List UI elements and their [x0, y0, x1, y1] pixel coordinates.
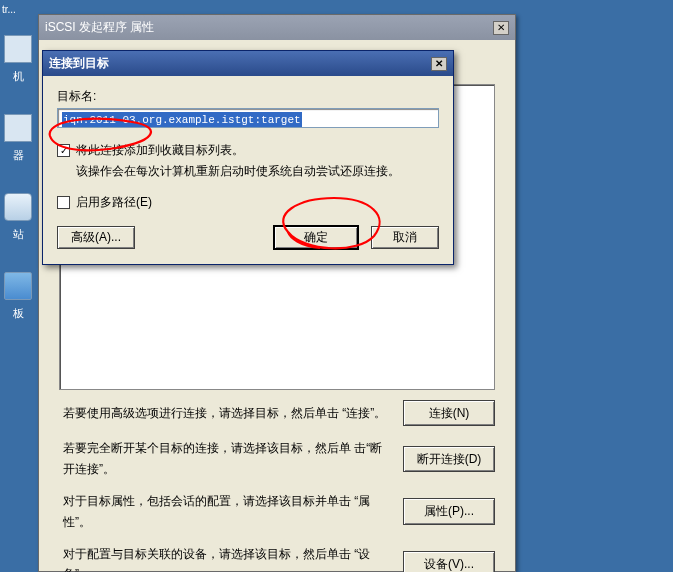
- connect-button[interactable]: 连接(N): [403, 400, 495, 426]
- instructions-block: 若要使用高级选项进行连接，请选择目标，然后单击 “连接”。 连接(N) 若要完全…: [63, 400, 495, 572]
- properties-button[interactable]: 属性(P)...: [403, 498, 495, 524]
- close-icon[interactable]: ✕: [493, 21, 509, 35]
- desktop-icon-label: 机: [13, 70, 24, 82]
- close-icon[interactable]: ✕: [431, 57, 447, 71]
- instr-disconnect-text: 若要完全断开某个目标的连接，请选择该目标，然后单 击“断开连接”。: [63, 438, 403, 479]
- parent-window-title: iSCSI 发起程序 属性: [45, 19, 154, 36]
- multipath-label: 启用多路径(E): [76, 194, 152, 211]
- multipath-checkbox[interactable]: [57, 196, 70, 209]
- ok-button[interactable]: 确定: [273, 225, 359, 250]
- favorite-hint: 该操作会在每次计算机重新启动时使系统自动尝试还原连接。: [76, 163, 439, 180]
- desktop-icon[interactable]: 器: [2, 114, 34, 163]
- desktop-icon-label: 板: [13, 307, 24, 319]
- child-title-bar[interactable]: 连接到目标 ✕: [43, 51, 453, 76]
- disconnect-button[interactable]: 断开连接(D): [403, 446, 495, 472]
- target-name-field[interactable]: iqn.2011-03.org.example.istgt:target: [57, 108, 439, 128]
- window-title-fragment: tr...: [0, 2, 36, 25]
- target-name-value: iqn.2011-03.org.example.istgt:target: [62, 112, 302, 128]
- connect-to-target-dialog: 连接到目标 ✕ 目标名: iqn.2011-03.org.example.ist…: [42, 50, 454, 265]
- child-window-title: 连接到目标: [49, 55, 109, 72]
- devices-button[interactable]: 设备(V)...: [403, 551, 495, 572]
- parent-title-bar[interactable]: iSCSI 发起程序 属性 ✕: [39, 15, 515, 40]
- cancel-button[interactable]: 取消: [371, 226, 439, 249]
- desktop-icon[interactable]: 站: [2, 193, 34, 242]
- desktop-icon-label: 器: [13, 149, 24, 161]
- desktop-icon[interactable]: 板: [2, 272, 34, 321]
- advanced-button[interactable]: 高级(A)...: [57, 226, 135, 249]
- instr-connect-text: 若要使用高级选项进行连接，请选择目标，然后单击 “连接”。: [63, 403, 403, 423]
- desktop-icon-column: tr... 机 器 站 板: [0, 0, 36, 351]
- add-favorite-checkbox[interactable]: [57, 144, 70, 157]
- desktop-icon[interactable]: 机: [2, 35, 34, 84]
- desktop-icon-label: 站: [13, 228, 24, 240]
- instr-properties-text: 对于目标属性，包括会话的配置，请选择该目标并单击 “属性”。: [63, 491, 403, 532]
- add-favorite-label: 将此连接添加到收藏目标列表。: [76, 142, 244, 159]
- instr-devices-text: 对于配置与目标关联的设备，请选择该目标，然后单击 “设备”。: [63, 544, 403, 572]
- target-name-label: 目标名:: [57, 88, 439, 105]
